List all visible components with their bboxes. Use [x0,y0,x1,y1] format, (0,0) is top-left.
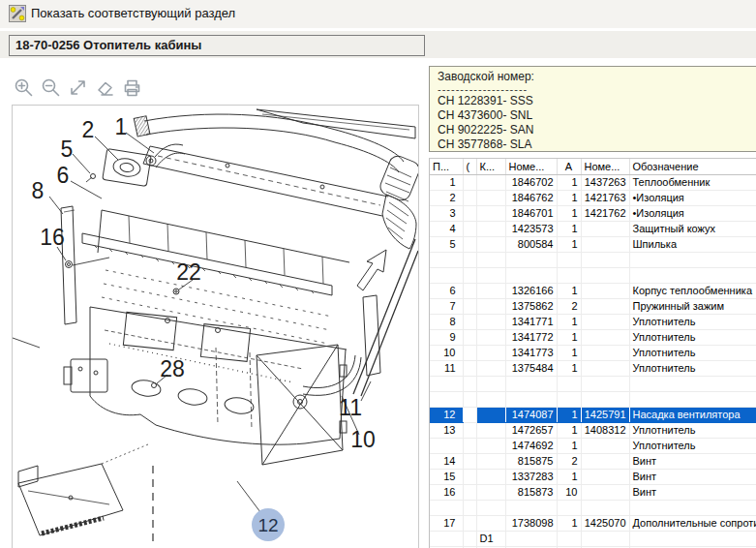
table-row[interactable]: D1 [430,532,756,547]
table-cell [463,175,476,191]
column-header[interactable]: П... [430,159,463,175]
table-cell: 1421763 [581,191,629,206]
table-cell: 1738098 [505,516,557,532]
table-cell [581,470,629,485]
table-cell: 1375862 [505,299,557,315]
column-header[interactable]: Номе... [505,159,557,175]
table-row[interactable]: 1013417731Уплотнитель [430,346,756,361]
serial-line: CH 9022225- SAN [438,123,756,137]
show-section-menu-item[interactable]: Показать соответствующий раздел [31,6,235,20]
column-header[interactable]: Номе... [581,159,629,175]
table-cell [581,330,629,346]
table-cell: 1 [557,408,581,423]
table-row[interactable] [430,268,756,284]
table-row-selected[interactable]: 12147408711425791Насадка вентилятора [430,408,756,423]
table-header-row: П...(К...Номе...АНоме...Обозначение [430,159,756,175]
table-cell: 1341773 [505,346,557,361]
table-cell: 10 [557,485,581,501]
table-row[interactable]: 1513372831Винт [430,470,756,485]
table-cell [463,284,476,299]
callout[interactable]: 6 [57,165,70,187]
table-cell [476,516,505,532]
table-cell [476,346,505,361]
table-cell: 1408312 [581,423,629,439]
diagram-toolbar [13,76,143,100]
table-row[interactable]: 13147265711408312Уплотнитель [430,423,756,439]
print-button[interactable] [121,76,143,99]
eraser-button[interactable] [94,76,116,99]
table-cell [463,423,476,439]
table-cell [430,253,463,268]
callout[interactable]: 16 [40,227,65,249]
serial-info-divider: -------------------- [438,84,756,94]
table-cell: 1 [557,439,581,454]
column-header[interactable]: Обозначение [629,159,756,175]
column-header[interactable]: А [557,159,581,175]
table-cell: 6 [430,284,463,299]
table-cell [629,501,756,516]
column-header[interactable]: К... [476,159,505,175]
table-row[interactable]: 1113754841Уплотнитель [430,361,756,377]
table-cell: 8 [430,315,463,330]
table-cell: 1846701 [505,206,557,222]
callout[interactable]: 22 [176,261,201,284]
table-row[interactable]: 58005841Шпилька [430,237,756,253]
table-cell [581,315,629,330]
table-row[interactable] [430,253,756,268]
callout[interactable]: 2 [82,119,95,141]
table-cell [581,485,629,501]
table-row[interactable]: 913417721Уплотнитель [430,330,756,346]
table-cell [557,392,581,408]
table-cell: 13 [430,423,463,439]
table-cell [463,516,476,532]
table-row[interactable]: 1681587310Винт [430,485,756,501]
table-cell: 1341771 [505,315,557,330]
table-row[interactable]: 148158752Винт [430,454,756,470]
table-row[interactable]: 1184670211437263Теплообменник [430,175,756,191]
table-cell [629,268,756,284]
table-cell: 1 [557,222,581,237]
table-row[interactable]: 813417711Уплотнитель [430,315,756,330]
table-cell [476,454,505,470]
diagram-canvas[interactable]: 12568162228111012 [12,105,419,548]
table-cell [463,191,476,206]
table-cell: Уплотнитель [629,330,756,346]
serial-info-box: Заводской номер: -------------------- CH… [429,66,756,152]
callout[interactable]: 11 [339,397,362,419]
table-cell [505,253,557,268]
table-cell: 7 [430,299,463,315]
zoom-out-button[interactable] [40,76,62,99]
table-cell [430,439,463,454]
callout[interactable]: 28 [160,358,185,381]
table-row[interactable]: 2184676211421763•Изоляция [430,191,756,206]
table-row[interactable]: 17173809811425070Дополнительные сопроти [430,516,756,532]
callout[interactable]: 5 [61,138,74,161]
table-cell: 1474692 [505,439,557,454]
table-cell: 1 [557,516,581,532]
callout[interactable]: 1 [115,116,128,138]
table-cell [581,253,629,268]
table-row[interactable]: 14746921Уплотнитель [430,439,756,454]
callout-selected[interactable]: 12 [252,508,285,541]
table-row[interactable]: 713758622Пружинный зажим [430,299,756,315]
table-cell [463,346,476,361]
table-cell: Теплообменник [629,175,756,191]
table-cell: 1 [557,315,581,330]
table-row[interactable]: 414235731Защитный кожух [430,222,756,237]
table-cell [463,392,476,408]
callout[interactable]: 10 [350,429,376,451]
table-row[interactable] [430,377,756,392]
table-cell: 15 [430,470,463,485]
table-cell [581,392,629,408]
callout[interactable]: 8 [32,180,45,202]
table-row[interactable] [430,392,756,408]
table-row[interactable] [430,501,756,516]
column-header[interactable]: ( [463,159,476,175]
table-cell: 1 [557,346,581,361]
exploded-view-drawing [13,106,418,548]
table-cell: Уплотнитель [629,423,756,439]
fit-view-button[interactable] [67,76,89,99]
table-row[interactable]: 3184670111421762•Изоляция [430,206,756,222]
table-row[interactable]: 613261661Корпус теплообменника [430,284,756,299]
zoom-in-button[interactable] [13,76,35,99]
